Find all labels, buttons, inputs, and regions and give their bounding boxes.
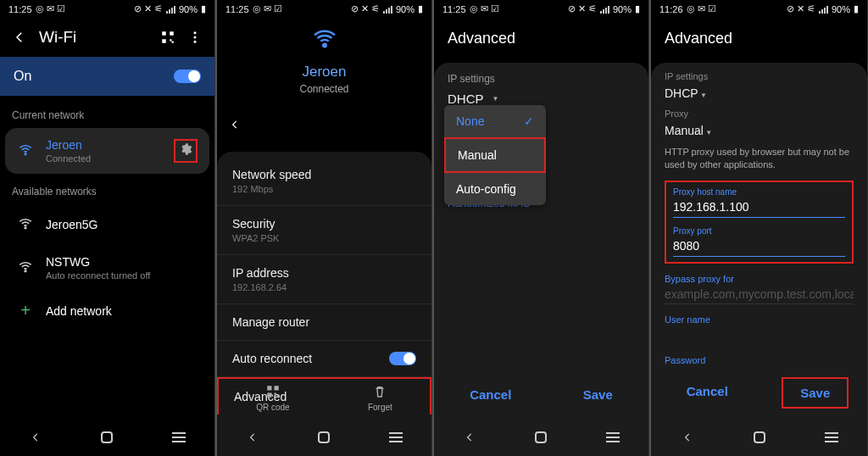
svg-rect-16	[276, 396, 278, 398]
nav-home[interactable]	[743, 429, 776, 446]
check-icon	[524, 114, 534, 128]
dropdown-item-auto[interactable]: Auto-config	[444, 173, 546, 205]
wifi-switch[interactable]	[174, 70, 201, 83]
nav-home[interactable]	[307, 429, 341, 446]
ip-settings-value[interactable]: DHCP	[448, 92, 635, 106]
proxy-note: HTTP proxy used by browser but may not b…	[665, 146, 854, 172]
wifi-toggle-row[interactable]: On	[0, 57, 214, 96]
available-networks-label: Available networks	[0, 174, 214, 204]
more-icon[interactable]	[187, 30, 203, 45]
wifi-icon	[17, 258, 34, 278]
svg-point-8	[25, 153, 26, 155]
ip-settings-value[interactable]: DHCP	[665, 86, 854, 100]
signal-icon	[819, 5, 828, 14]
proxy-host-label: Proxy host name	[673, 187, 845, 197]
svg-rect-12	[267, 386, 271, 390]
wifi-icon	[312, 28, 337, 52]
status-bar: 11:25◎ ✉ ☑ ⊘ ✕ ⚟90%▮	[217, 0, 431, 18]
svg-point-11	[323, 44, 326, 47]
status-bar: 11:25 ◎ ✉ ☑ ⊘ ✕ ⚟ 90% ▮	[0, 0, 214, 18]
network-name: Jeroen5G	[46, 218, 198, 231]
nav-back[interactable]	[236, 429, 270, 446]
network-hero: Jeroen Connected	[217, 18, 431, 110]
gear-icon[interactable]	[179, 142, 192, 159]
proxy-label: Proxy	[665, 108, 854, 119]
nav-home[interactable]	[90, 429, 124, 446]
current-network-item[interactable]: Jeroen Connected	[5, 128, 209, 174]
qr-code-button[interactable]: QR code	[256, 384, 289, 412]
status-battery: 90%	[396, 4, 415, 14]
nav-back[interactable]	[19, 429, 53, 446]
bypass-input[interactable]: example.com,mycomp.test.com,localhost	[665, 287, 854, 304]
proxy-host-port-highlight: Proxy host name 192.168.1.100 Proxy port…	[665, 181, 854, 264]
action-bar: Cancel Save	[651, 370, 867, 415]
dropdown-item-none[interactable]: None	[444, 105, 546, 137]
row-auto-reconnect[interactable]: Auto reconnect	[217, 341, 431, 377]
panel-network-details: 11:25◎ ✉ ☑ ⊘ ✕ ⚟90%▮ Jeroen Connected Ne…	[217, 0, 432, 456]
nav-recent[interactable]	[162, 429, 196, 446]
status-bar: 11:25◎ ✉ ☑ ⊘ ✕ ⚟90%▮	[434, 0, 648, 18]
qr-icon[interactable]	[160, 30, 175, 45]
network-sub: Auto reconnect turned off	[46, 270, 198, 281]
nav-home[interactable]	[524, 429, 558, 446]
nav-back[interactable]	[670, 429, 704, 446]
nav-bar	[0, 419, 214, 456]
nav-recent[interactable]	[815, 429, 849, 446]
proxy-value[interactable]: Manual	[665, 124, 854, 137]
row-manage-router[interactable]: Manage router	[217, 304, 431, 341]
dropdown-item-manual[interactable]: Manual	[444, 137, 546, 173]
svg-rect-14	[267, 393, 271, 398]
signal-icon	[383, 5, 392, 14]
proxy-port-input[interactable]: 8080	[673, 239, 845, 257]
action-bar: Cancel Save	[434, 374, 648, 415]
save-button[interactable]: Save	[782, 377, 849, 409]
proxy-host-input[interactable]: 192.168.1.100	[673, 200, 845, 218]
proxy-dropdown: None Manual Auto-config	[444, 105, 546, 205]
status-bar: 11:26◎ ✉ ☑ ⊘ ✕ ⚟90%▮	[651, 0, 867, 18]
svg-point-6	[194, 36, 197, 39]
svg-point-7	[194, 41, 197, 43]
svg-rect-3	[170, 39, 171, 41]
available-network-item[interactable]: NSTWG Auto reconnect turned off	[5, 245, 209, 291]
status-icons-right: ⊘ ✕ ⚟	[134, 3, 163, 14]
row-network-speed[interactable]: Network speed192 Mbps	[217, 157, 431, 206]
nav-recent[interactable]	[596, 429, 630, 446]
nav-bar	[434, 419, 648, 456]
status-icons-left: ◎ ✉ ☑	[36, 3, 65, 14]
status-battery: 90%	[832, 4, 850, 14]
forget-button[interactable]: Forget	[368, 384, 392, 412]
wifi-icon	[17, 141, 34, 161]
add-network-label: Add network	[46, 304, 198, 318]
auto-reconnect-switch[interactable]	[389, 352, 416, 365]
status-time: 11:25	[8, 4, 32, 14]
password-label[interactable]: Password	[665, 355, 854, 365]
signal-icon	[600, 5, 609, 14]
back-icon[interactable]	[217, 110, 431, 140]
battery-icon: ▮	[201, 3, 206, 14]
available-network-item[interactable]: Jeroen5G	[5, 204, 209, 245]
network-name: Jeroen	[46, 138, 162, 152]
cancel-button[interactable]: Cancel	[453, 381, 528, 409]
panel-wifi-list: 11:25 ◎ ✉ ☑ ⊘ ✕ ⚟ 90% ▮ Wi-Fi On Current…	[0, 0, 215, 456]
row-security[interactable]: SecurityWPA2 PSK	[217, 206, 431, 255]
save-button[interactable]: Save	[566, 381, 630, 409]
panel-advanced-manual-proxy: 11:26◎ ✉ ☑ ⊘ ✕ ⚟90%▮ Advanced IP setting…	[651, 0, 868, 456]
back-icon[interactable]	[12, 30, 27, 45]
app-header: Wi-Fi	[0, 18, 214, 55]
page-title: Advanced	[651, 18, 867, 59]
row-ip-address[interactable]: IP address192.168.2.64	[217, 255, 431, 304]
plus-icon: +	[17, 301, 34, 320]
username-label[interactable]: User name	[665, 314, 854, 325]
nav-recent[interactable]	[379, 429, 413, 446]
panel-advanced-proxy-dropdown: 11:25◎ ✉ ☑ ⊘ ✕ ⚟90%▮ Advanced IP setting…	[434, 0, 649, 456]
network-status: Connected	[299, 83, 348, 95]
nav-back[interactable]	[453, 429, 487, 446]
cancel-button[interactable]: Cancel	[670, 377, 745, 409]
signal-icon	[166, 5, 175, 14]
svg-rect-15	[274, 393, 275, 395]
add-network-item[interactable]: + Add network	[5, 291, 209, 331]
network-name: NSTWG	[46, 255, 198, 269]
svg-point-10	[25, 270, 26, 272]
network-settings-highlight	[174, 139, 198, 163]
wifi-icon	[17, 214, 34, 235]
